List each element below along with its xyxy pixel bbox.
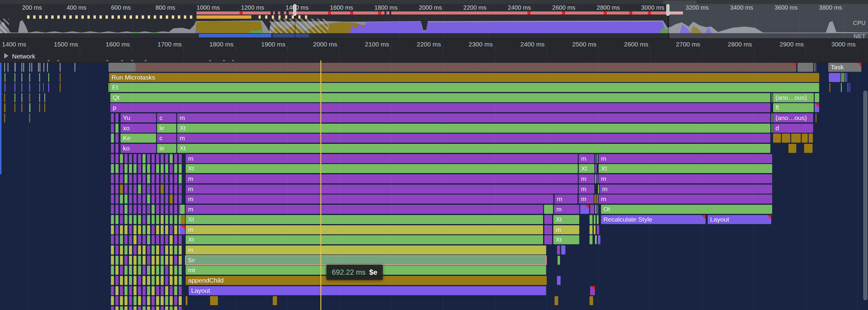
flame-sliver[interactable] xyxy=(802,134,808,143)
flame-sliver[interactable] xyxy=(594,215,595,224)
flame-bar[interactable]: m xyxy=(554,205,579,214)
flame-sliver[interactable] xyxy=(147,296,150,305)
flame-sliver[interactable] xyxy=(152,276,155,285)
scrollbar-thumb[interactable] xyxy=(863,90,867,300)
flame-sliver[interactable] xyxy=(116,235,119,244)
flame-sliver[interactable] xyxy=(4,83,5,92)
flame-sliver[interactable] xyxy=(39,103,40,112)
flame-bar[interactable]: m xyxy=(598,195,772,203)
flame-sliver[interactable] xyxy=(138,246,141,255)
flame-sliver[interactable] xyxy=(156,174,159,184)
flame-sliver[interactable] xyxy=(143,246,146,255)
flame-sliver[interactable] xyxy=(22,103,22,112)
flame-sliver[interactable] xyxy=(179,266,182,275)
flame-sliver[interactable] xyxy=(111,185,114,194)
flame-sliver[interactable] xyxy=(829,73,840,82)
flame-sliver[interactable] xyxy=(170,154,173,163)
flame-sliver[interactable] xyxy=(841,83,842,92)
flame-bar[interactable]: c xyxy=(157,134,176,143)
flame-sliver[interactable] xyxy=(39,63,40,72)
flame-sliver[interactable] xyxy=(138,154,141,163)
flame-sliver[interactable] xyxy=(170,185,173,194)
flame-sliver[interactable] xyxy=(174,296,177,305)
flame-sliver[interactable] xyxy=(124,205,127,214)
flame-bar[interactable]: m xyxy=(555,195,578,203)
flame-sliver[interactable] xyxy=(165,215,168,224)
flame-sliver[interactable] xyxy=(120,256,123,265)
flame-bar[interactable]: m xyxy=(186,195,553,203)
flame-sliver[interactable] xyxy=(544,205,553,214)
flame-sliver[interactable] xyxy=(39,83,40,92)
flame-sliver[interactable] xyxy=(595,174,596,184)
flame-sliver[interactable] xyxy=(147,154,150,163)
flame-sliver[interactable] xyxy=(170,164,173,173)
flame-sliver[interactable] xyxy=(147,185,150,194)
flame-sliver[interactable] xyxy=(120,276,123,285)
flame-sliver[interactable] xyxy=(29,73,30,82)
flame-sliver[interactable] xyxy=(156,225,159,234)
flame-sliver[interactable] xyxy=(590,296,593,305)
flame-sliver[interactable] xyxy=(133,276,136,285)
flame-sliver[interactable] xyxy=(147,256,150,265)
flame-sliver[interactable] xyxy=(138,225,141,234)
flame-sliver[interactable] xyxy=(147,266,150,275)
flame-sliver[interactable] xyxy=(147,225,150,234)
flame-sliver[interactable] xyxy=(4,63,5,72)
flame-sliver[interactable] xyxy=(597,174,598,184)
flame-bar[interactable]: ko xyxy=(121,144,156,153)
flame-sliver[interactable] xyxy=(174,276,177,285)
flame-sliver[interactable] xyxy=(124,266,127,275)
flame-sliver[interactable] xyxy=(116,113,119,122)
flame-sliver[interactable] xyxy=(120,215,123,224)
flame-sliver[interactable] xyxy=(120,306,123,310)
flame-sliver[interactable] xyxy=(161,296,164,305)
flame-sliver[interactable] xyxy=(133,154,136,163)
flame-sliver[interactable] xyxy=(133,235,136,244)
flame-sliver[interactable] xyxy=(772,124,772,133)
flame-chart[interactable]: TaskRun MicrotasksEtQt(ano…ous)pftYucm(a… xyxy=(0,0,868,310)
flame-sliver[interactable] xyxy=(179,235,182,244)
flame-sliver[interactable] xyxy=(595,235,597,244)
flame-sliver[interactable] xyxy=(179,154,182,163)
flame-sliver[interactable] xyxy=(22,63,22,72)
flame-sliver[interactable] xyxy=(111,225,114,234)
flame-sliver[interactable] xyxy=(111,306,114,310)
flame-sliver[interactable] xyxy=(138,174,141,184)
flame-sliver[interactable] xyxy=(161,174,164,184)
flame-sliver[interactable] xyxy=(179,185,182,194)
flame-sliver[interactable] xyxy=(120,266,123,275)
flame-sliver[interactable] xyxy=(124,174,127,184)
flame-sliver[interactable] xyxy=(74,63,75,72)
flame-sliver[interactable] xyxy=(590,225,592,234)
flame-sliver[interactable] xyxy=(111,215,114,224)
flame-sliver[interactable] xyxy=(161,154,164,163)
flame-sliver[interactable] xyxy=(143,235,146,244)
flame-sliver[interactable] xyxy=(180,205,185,214)
flame-sliver[interactable] xyxy=(120,246,123,255)
flame-sliver[interactable] xyxy=(152,154,155,163)
flame-bar[interactable]: Xt xyxy=(579,164,594,173)
flame-sliver[interactable] xyxy=(138,266,141,275)
flame-sliver[interactable] xyxy=(156,296,159,305)
flame-bar[interactable]: m xyxy=(186,185,578,194)
flame-bar[interactable]: m xyxy=(600,185,772,194)
flame-sliver[interactable] xyxy=(143,154,146,163)
flame-sliver[interactable] xyxy=(847,83,848,92)
flame-sliver[interactable] xyxy=(124,286,127,295)
flame-sliver[interactable] xyxy=(111,113,114,122)
flame-bar[interactable]: Xt xyxy=(186,164,578,173)
flame-sliver[interactable] xyxy=(561,246,565,255)
flame-bar[interactable]: m xyxy=(186,246,546,255)
flame-sliver[interactable] xyxy=(594,225,595,234)
flame-sliver[interactable] xyxy=(597,154,598,163)
flame-sliver[interactable] xyxy=(156,256,159,265)
flame-sliver[interactable] xyxy=(133,246,136,255)
flame-sliver[interactable] xyxy=(111,235,114,244)
flame-sliver[interactable] xyxy=(111,134,114,143)
flame-sliver[interactable] xyxy=(116,276,119,285)
flame-sliver[interactable] xyxy=(133,286,136,295)
flame-sliver[interactable] xyxy=(544,215,552,224)
flame-sliver[interactable] xyxy=(152,164,155,173)
flame-sliver[interactable] xyxy=(156,195,159,203)
flame-sliver[interactable] xyxy=(152,256,155,265)
